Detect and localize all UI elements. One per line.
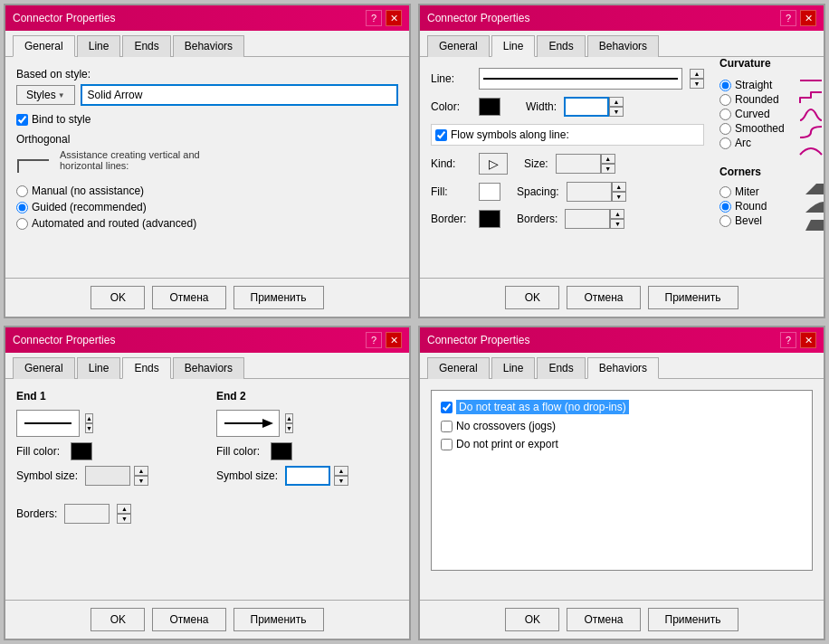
apply-btn-4[interactable]: Применить — [648, 608, 738, 631]
fill-color-box[interactable] — [479, 183, 500, 201]
borders-down-btn[interactable]: ▼ — [117, 514, 131, 524]
curvature-rounded[interactable]: Rounded — [719, 93, 785, 106]
end2-sym-down[interactable]: ▼ — [334, 476, 348, 486]
end1-sym-up[interactable]: ▲ — [134, 466, 148, 476]
corners-round-radio[interactable] — [719, 201, 731, 213]
tab-general-4[interactable]: General — [427, 357, 490, 379]
tab-ends-1[interactable]: Ends — [122, 35, 170, 57]
radio-guided-input[interactable] — [16, 202, 28, 213]
spacing-up-btn[interactable]: ▲ — [612, 182, 626, 192]
cancel-btn-1[interactable]: Отмена — [152, 286, 225, 309]
tab-ends-4[interactable]: Ends — [537, 357, 585, 379]
end2-symbol-input[interactable]: 5 pt — [285, 466, 330, 486]
tab-line-2[interactable]: Line — [491, 35, 536, 57]
curvature-arc[interactable]: Arc — [719, 137, 785, 149]
cb3-checkbox[interactable] — [441, 439, 453, 450]
close-btn-2[interactable]: ✕ — [800, 10, 816, 26]
arrow-kind-preview[interactable]: ▷ — [479, 153, 508, 175]
cb1-checkbox[interactable] — [441, 402, 453, 413]
cancel-btn-3[interactable]: Отмена — [152, 608, 225, 631]
style-dropdown[interactable]: Solid Arrow — [81, 84, 398, 106]
curvature-curved-radio[interactable] — [719, 109, 731, 120]
tab-line-1[interactable]: Line — [77, 35, 121, 57]
color-box[interactable] — [479, 98, 500, 116]
borders-up-btn[interactable]: ▲ — [117, 504, 131, 514]
radio-manual[interactable]: Manual (no assistance) — [16, 185, 398, 197]
end2-sym-up[interactable]: ▲ — [334, 466, 348, 476]
curvature-rounded-radio[interactable] — [719, 94, 731, 106]
tab-general-2[interactable]: General — [427, 35, 490, 57]
curvature-straight-radio[interactable] — [719, 80, 731, 91]
corners-bevel[interactable]: Bevel — [719, 214, 767, 227]
bind-to-style-checkbox[interactable] — [16, 114, 28, 126]
curvature-smoothed[interactable]: Smoothed — [719, 122, 785, 135]
borders-input[interactable]: 1/2 pt — [565, 209, 610, 229]
corners-round[interactable]: Round — [719, 200, 767, 213]
apply-btn-3[interactable]: Применить — [233, 608, 324, 631]
width-up-btn[interactable]: ▲ — [609, 97, 624, 107]
corners-bevel-radio[interactable] — [719, 215, 731, 227]
help-btn-3[interactable]: ? — [366, 332, 382, 348]
corners-miter[interactable]: Miter — [719, 185, 767, 198]
close-btn-3[interactable]: ✕ — [386, 332, 402, 348]
end1-symbol-input[interactable]: 5 pt — [85, 466, 130, 486]
curvature-arc-radio[interactable] — [719, 137, 731, 149]
spacing-down-btn[interactable]: ▼ — [612, 192, 626, 202]
end1-arrow-box[interactable] — [16, 410, 80, 437]
end2-arrow-down[interactable]: ▼ — [285, 423, 293, 433]
end1-fill-color[interactable] — [71, 442, 92, 460]
size-input[interactable]: 5 pt — [556, 154, 601, 174]
curvature-curved[interactable]: Curved — [719, 108, 785, 120]
close-btn-1[interactable]: ✕ — [386, 10, 402, 26]
ok-btn-1[interactable]: OK — [91, 286, 145, 309]
borders-up-btn[interactable]: ▲ — [610, 209, 624, 219]
apply-btn-1[interactable]: Применить — [233, 286, 324, 309]
curvature-straight[interactable]: Straight — [719, 79, 785, 91]
end1-arrow-down[interactable]: ▼ — [85, 423, 93, 433]
radio-manual-input[interactable] — [16, 185, 28, 197]
line-up-btn[interactable]: ▲ — [690, 69, 704, 79]
tab-general-1[interactable]: General — [13, 35, 75, 57]
borders-down-btn[interactable]: ▼ — [610, 219, 624, 229]
tab-general-3[interactable]: General — [13, 357, 75, 379]
line-down-btn[interactable]: ▼ — [690, 79, 704, 89]
apply-btn-2[interactable]: Применить — [648, 286, 738, 309]
radio-guided[interactable]: Guided (recommended) — [16, 201, 398, 213]
border-color-box[interactable] — [479, 210, 500, 228]
end1-arrow-up[interactable]: ▲ — [85, 413, 93, 423]
close-btn-4[interactable]: ✕ — [800, 332, 816, 348]
tab-behaviors-3[interactable]: Behaviors — [173, 357, 244, 379]
end2-arrow-box[interactable] — [216, 410, 280, 437]
tab-behaviors-4[interactable]: Behaviors — [587, 357, 659, 379]
flow-checkbox[interactable] — [435, 129, 447, 141]
spacing-input[interactable]: 11.75 pt — [567, 182, 612, 202]
borders-input[interactable]: 1/2 pt — [64, 504, 110, 524]
end2-arrow-up[interactable]: ▲ — [285, 413, 293, 423]
tab-ends-2[interactable]: Ends — [537, 35, 585, 57]
ok-btn-2[interactable]: OK — [505, 286, 559, 309]
tab-behaviors-1[interactable]: Behaviors — [173, 35, 244, 57]
size-up-btn[interactable]: ▲ — [601, 154, 615, 164]
tab-line-4[interactable]: Line — [491, 357, 536, 379]
cancel-btn-4[interactable]: Отмена — [567, 608, 640, 631]
tab-behaviors-2[interactable]: Behaviors — [587, 35, 659, 57]
styles-button[interactable]: Styles — [16, 85, 75, 105]
ok-btn-4[interactable]: OK — [505, 608, 559, 631]
tab-line-3[interactable]: Line — [77, 357, 121, 379]
tab-ends-3[interactable]: Ends — [122, 357, 170, 379]
radio-automated-input[interactable] — [16, 218, 28, 230]
end2-fill-color[interactable] — [271, 442, 292, 460]
end1-sym-down[interactable]: ▼ — [134, 476, 148, 486]
help-btn-4[interactable]: ? — [780, 332, 796, 348]
ok-btn-3[interactable]: OK — [91, 608, 145, 631]
radio-automated[interactable]: Automated and routed (advanced) — [16, 217, 398, 230]
corners-miter-radio[interactable] — [719, 186, 731, 198]
size-down-btn[interactable]: ▼ — [601, 164, 615, 174]
help-btn-2[interactable]: ? — [780, 10, 796, 26]
line-preview[interactable] — [479, 68, 682, 90]
help-btn-1[interactable]: ? — [366, 10, 382, 26]
cb2-checkbox[interactable] — [441, 421, 453, 432]
cancel-btn-2[interactable]: Отмена — [567, 286, 640, 309]
width-input[interactable]: 3/4 pt — [564, 97, 609, 117]
width-down-btn[interactable]: ▼ — [609, 107, 624, 117]
